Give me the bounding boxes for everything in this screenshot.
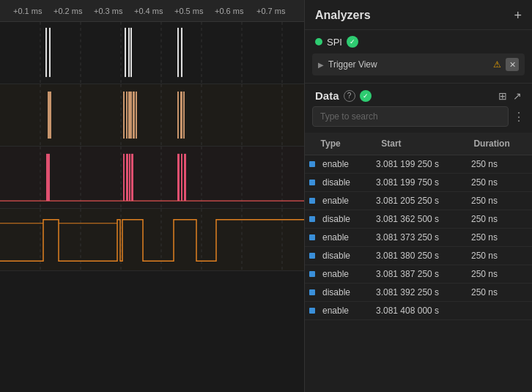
cell-duration: 250 ns — [468, 269, 527, 279]
svg-rect-47 — [181, 154, 182, 201]
table-row[interactable]: enable 3.081 387 250 s 250 ns — [305, 265, 532, 284]
cell-type: enable — [319, 269, 373, 279]
track-4 — [0, 209, 304, 271]
svg-rect-13 — [181, 28, 182, 77]
svg-rect-45 — [131, 154, 133, 201]
row-indicator — [309, 216, 315, 222]
cell-type: disable — [319, 287, 373, 297]
search-row: ⋮ — [305, 106, 532, 133]
svg-rect-46 — [177, 154, 180, 201]
cell-type: enable — [319, 159, 373, 169]
row-indicator — [309, 308, 315, 314]
svg-rect-43 — [126, 154, 128, 201]
track-2 — [0, 84, 304, 147]
trigger-view-close-button[interactable]: ✕ — [506, 58, 519, 71]
time-label-1: +0.1 ms — [13, 7, 42, 15]
svg-rect-22 — [50, 92, 51, 138]
row-indicator — [309, 271, 315, 277]
cell-start: 3.081 373 250 s — [373, 232, 468, 243]
svg-rect-11 — [130, 28, 132, 77]
table-row[interactable]: enable 3.081 408 000 s — [305, 302, 532, 320]
help-icon[interactable]: ? — [344, 90, 355, 102]
cell-type: enable — [319, 232, 373, 243]
cell-start: 3.081 199 250 s — [373, 159, 468, 169]
grid-view-icon[interactable]: ⊞ — [498, 90, 507, 102]
table-row[interactable]: enable 3.081 205 250 s 250 ns — [305, 192, 532, 210]
svg-rect-30 — [180, 92, 182, 138]
cell-duration: 250 ns — [468, 232, 527, 243]
col-header-duration: Duration — [468, 137, 532, 150]
table-header: Type Start Duration — [305, 133, 532, 155]
cell-start: 3.081 392 250 s — [373, 287, 468, 297]
cell-start: 3.081 408 000 s — [373, 306, 468, 316]
search-input[interactable] — [312, 106, 509, 127]
cell-duration: 250 ns — [468, 159, 527, 169]
col-header-start: Start — [375, 137, 468, 150]
cell-duration: 250 ns — [468, 214, 527, 224]
export-icon[interactable]: ↗ — [513, 90, 522, 102]
chevron-right-icon: ▶ — [318, 61, 324, 69]
data-header-actions: ⊞ ↗ — [498, 90, 522, 102]
row-indicator — [309, 161, 315, 167]
spi-label: SPI — [327, 37, 342, 48]
svg-rect-44 — [129, 154, 130, 201]
table-row[interactable]: disable 3.081 362 500 s 250 ns — [305, 210, 532, 229]
spi-dot — [315, 38, 322, 45]
table-row[interactable]: enable 3.081 199 250 s 250 ns — [305, 155, 532, 174]
svg-rect-8 — [49, 28, 51, 77]
add-analyzer-button[interactable]: + — [514, 9, 522, 22]
svg-rect-31 — [183, 92, 185, 138]
cell-duration: 250 ns — [468, 287, 527, 297]
svg-rect-25 — [128, 92, 130, 138]
data-section-header: Data ? ✓ ⊞ ↗ — [305, 83, 532, 106]
cell-start: 3.081 199 750 s — [373, 177, 468, 188]
track-3 — [0, 147, 304, 209]
svg-rect-12 — [177, 28, 179, 77]
track-1 — [0, 22, 304, 84]
cell-type: disable — [319, 177, 373, 188]
trigger-view-label: Trigger View — [328, 59, 489, 70]
cell-type: disable — [319, 214, 373, 224]
svg-rect-41 — [48, 154, 50, 201]
more-options-button[interactable]: ⋮ — [513, 110, 525, 124]
svg-rect-10 — [128, 28, 130, 77]
data-table: Type Start Duration enable 3.081 199 250… — [305, 133, 532, 392]
table-row[interactable]: enable 3.081 373 250 s 250 ns — [305, 229, 532, 247]
cell-start: 3.081 205 250 s — [373, 196, 468, 206]
warning-icon: ⚠ — [493, 59, 501, 70]
analyzers-title: Analyzers — [315, 9, 371, 22]
svg-rect-24 — [126, 92, 128, 138]
cell-start: 3.081 387 250 s — [373, 269, 468, 279]
table-row[interactable]: disable 3.081 199 750 s 250 ns — [305, 174, 532, 192]
time-label-5: +0.5 ms — [174, 7, 203, 15]
svg-rect-26 — [130, 92, 132, 138]
table-body: enable 3.081 199 250 s 250 ns disable 3.… — [305, 155, 532, 320]
svg-rect-21 — [48, 92, 50, 138]
svg-rect-27 — [133, 92, 135, 138]
data-check-icon: ✓ — [360, 90, 372, 102]
cell-type: disable — [319, 251, 373, 261]
time-label-3: +0.3 ms — [94, 7, 122, 15]
cell-duration: 250 ns — [468, 177, 527, 188]
row-indicator — [309, 180, 315, 185]
cell-duration: 250 ns — [468, 251, 527, 261]
data-title: Data — [315, 89, 339, 102]
time-label-7: +0.7 ms — [256, 7, 285, 15]
row-indicator — [309, 253, 315, 259]
svg-rect-9 — [125, 28, 126, 77]
time-label-6: +0.6 ms — [215, 7, 243, 15]
svg-rect-7 — [45, 28, 47, 77]
right-panel: Analyzers + SPI ✓ ▶ Trigger View ⚠ ✕ Dat… — [304, 0, 532, 392]
svg-rect-48 — [184, 154, 186, 201]
table-row[interactable]: disable 3.081 392 250 s 250 ns — [305, 284, 532, 302]
trigger-view-row[interactable]: ▶ Trigger View ⚠ ✕ — [312, 53, 525, 75]
time-ruler: +0.1 ms +0.2 ms +0.3 ms +0.4 ms +0.5 ms … — [0, 0, 304, 22]
time-label-2: +0.2 ms — [53, 7, 82, 15]
spi-row: SPI ✓ — [305, 30, 532, 53]
time-label-4: +0.4 ms — [134, 7, 163, 15]
table-row[interactable]: disable 3.081 380 250 s 250 ns — [305, 247, 532, 265]
waveform-tracks — [0, 22, 304, 392]
row-indicator — [309, 234, 315, 240]
svg-rect-29 — [177, 92, 179, 138]
waveform-panel: +0.1 ms +0.2 ms +0.3 ms +0.4 ms +0.5 ms … — [0, 0, 304, 392]
